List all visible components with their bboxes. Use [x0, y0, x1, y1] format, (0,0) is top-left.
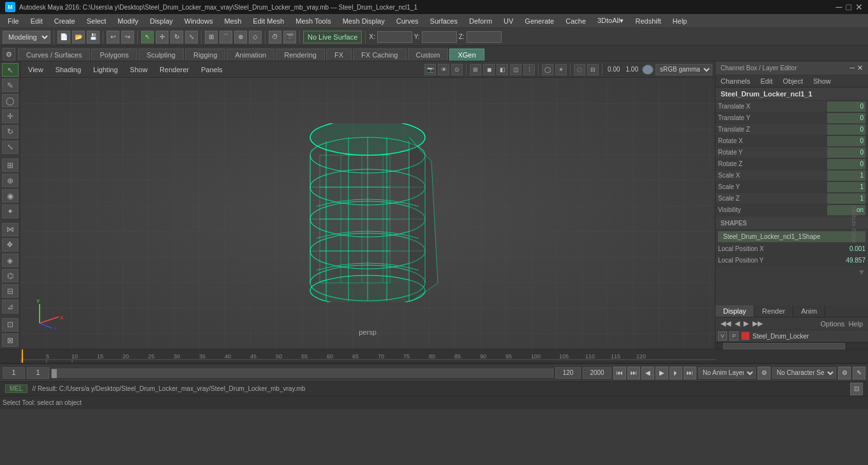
menu-modify[interactable]: Modify [112, 16, 143, 26]
vp-menu-shading[interactable]: Shading [50, 65, 86, 75]
x-input[interactable] [377, 31, 412, 43]
title-bar-controls[interactable]: ─ □ ✕ [836, 2, 863, 12]
cb-tab-channels[interactable]: Channels [715, 75, 755, 87]
channel-rotate-x[interactable]: Rotate X 0 [715, 135, 868, 147]
layers-skip-forward-btn[interactable]: ▶▶ [752, 319, 763, 328]
cb-tab-object[interactable]: Object [777, 75, 808, 87]
dt-tab-display[interactable]: Display [715, 305, 754, 317]
tab-polygons[interactable]: Polygons [91, 49, 137, 61]
viewport-icon2[interactable]: ⊠ [2, 333, 19, 347]
menu-3dtoall[interactable]: 3DtoAll▾ [592, 15, 629, 26]
menu-uv[interactable]: UV [498, 16, 518, 26]
isolate-btn[interactable]: ⊙ [451, 64, 463, 75]
menu-surfaces[interactable]: Surfaces [425, 16, 463, 26]
render-button[interactable]: 🎬 [283, 31, 296, 43]
skip-to-start-btn[interactable]: ⏮ [613, 367, 626, 379]
all-lights-btn[interactable]: ☀ [555, 64, 567, 75]
color-picker-btn[interactable] [642, 65, 654, 75]
tab-xgen[interactable]: XGen [449, 49, 484, 61]
layers-forward-btn[interactable]: ▶ [744, 319, 749, 328]
cluster-icon[interactable]: ❖ [2, 238, 19, 252]
smooth-shade-btn[interactable]: ◼ [483, 64, 495, 75]
tab-animation[interactable]: Animation [227, 49, 274, 61]
rotate-icon[interactable]: ↻ [2, 125, 19, 139]
layer-color-swatch[interactable] [741, 332, 750, 340]
gamma-selector[interactable]: sRGB gamma [655, 64, 712, 75]
cb-tab-show[interactable]: Show [808, 75, 836, 87]
save-scene-button[interactable]: 💾 [87, 31, 100, 43]
play-back-btn[interactable]: ◀ [641, 367, 654, 379]
tab-custom[interactable]: Custom [408, 49, 449, 61]
channel-translate-y[interactable]: Translate Y 0 [715, 112, 868, 124]
vp-menu-panels[interactable]: Panels [196, 65, 228, 75]
dt-tab-render[interactable]: Render [754, 305, 793, 317]
viewport-3d[interactable]: X Y Z persp [20, 78, 715, 349]
look-through-btn[interactable]: 👁 [438, 64, 449, 75]
y-input[interactable] [422, 31, 457, 43]
points-btn[interactable]: ⋮ [523, 64, 535, 75]
layer-rp-toggle[interactable]: P [730, 332, 738, 340]
tab-fx[interactable]: FX [326, 49, 352, 61]
snap-surface-button[interactable]: ◇ [249, 31, 262, 43]
channel-rotate-y[interactable]: Rotate Y 0 [715, 147, 868, 158]
tab-rendering[interactable]: Rendering [276, 49, 325, 61]
layer-vp-toggle[interactable]: V [718, 332, 727, 340]
lasso-icon[interactable]: ◯ [2, 94, 19, 107]
menu-redshift[interactable]: Redshift [630, 16, 666, 26]
anim-layer-settings-btn[interactable]: ⚙ [758, 367, 770, 379]
menu-curves[interactable]: Curves [391, 16, 424, 26]
vp-menu-renderer[interactable]: Renderer [154, 65, 194, 75]
menu-edit[interactable]: Edit [26, 16, 48, 26]
char-set-settings-btn[interactable]: ⚙ [838, 367, 851, 379]
right-panel-scrollbar[interactable] [715, 342, 868, 349]
scroll-down-icon[interactable]: ▼ [858, 268, 865, 277]
menu-mesh[interactable]: Mesh [219, 16, 246, 26]
current-frame-input[interactable] [3, 367, 25, 379]
redo-button[interactable]: ↪ [121, 31, 134, 43]
no-anim-layer-select[interactable]: No Anim Layer [698, 367, 756, 379]
rotate-tool-button[interactable]: ↻ [170, 31, 183, 43]
scale-tool-button[interactable]: ⤡ [185, 31, 198, 43]
xray-btn[interactable]: ◌ [574, 64, 585, 75]
layers-back-btn[interactable]: ◀ [735, 319, 740, 328]
blend-shape-icon[interactable]: ⊿ [2, 300, 19, 313]
frame-range-start[interactable] [27, 367, 49, 379]
menu-create[interactable]: Create [49, 16, 80, 26]
fps-input[interactable] [583, 367, 611, 379]
viewport-icon1[interactable]: ⊡ [2, 318, 19, 332]
timeline-ruler[interactable]: 1 5 10 15 20 25 30 35 40 45 50 55 60 65 … [0, 349, 868, 363]
wrap-icon[interactable]: ⊟ [2, 284, 19, 298]
select-tool-button[interactable]: ↖ [141, 31, 154, 43]
z-input[interactable] [467, 31, 502, 43]
camera-select-btn[interactable]: 📷 [424, 64, 436, 75]
menu-edit-mesh[interactable]: Edit Mesh [248, 16, 289, 26]
move-icon[interactable]: ✛ [2, 109, 19, 123]
undo-button[interactable]: ↩ [107, 31, 119, 43]
menu-file[interactable]: File [3, 16, 24, 26]
transform-icon[interactable]: ⊞ [2, 158, 19, 172]
snap-curve-button[interactable]: ⌒ [220, 31, 232, 43]
menu-mesh-display[interactable]: Mesh Display [338, 16, 390, 26]
deform-icon[interactable]: ◈ [2, 254, 19, 267]
tab-rigging[interactable]: Rigging [185, 49, 225, 61]
wire-icon[interactable]: ⌬ [2, 269, 19, 282]
channel-scale-z[interactable]: Scale Z 1 [715, 193, 868, 204]
frame-range-end-input[interactable] [555, 367, 581, 379]
menu-generate[interactable]: Generate [520, 16, 559, 26]
maximize-button[interactable]: □ [846, 2, 851, 12]
layers-skip-back-btn[interactable]: ◀◀ [721, 319, 731, 328]
use-default-mat-btn[interactable]: ◯ [542, 64, 553, 75]
workspace-selector[interactable]: Modeling [3, 31, 50, 43]
vp-menu-lighting[interactable]: Lighting [88, 65, 123, 75]
scrollbar-thumb[interactable] [723, 343, 845, 349]
step-back-btn[interactable]: ⏭ [627, 367, 640, 379]
menu-mesh-tools[interactable]: Mesh Tools [290, 16, 336, 26]
script-editor-btn[interactable]: ⊡ [850, 383, 863, 395]
timeline-slider[interactable] [51, 369, 553, 377]
cb-close-icon[interactable]: ✕ [857, 64, 863, 72]
paint-icon[interactable]: ✎ [2, 79, 19, 92]
close-button[interactable]: ✕ [855, 2, 863, 12]
char-set-edit-btn[interactable]: ✎ [853, 367, 865, 379]
channel-scale-x[interactable]: Scale X 1 [715, 170, 868, 181]
open-scene-button[interactable]: 📂 [72, 31, 85, 43]
